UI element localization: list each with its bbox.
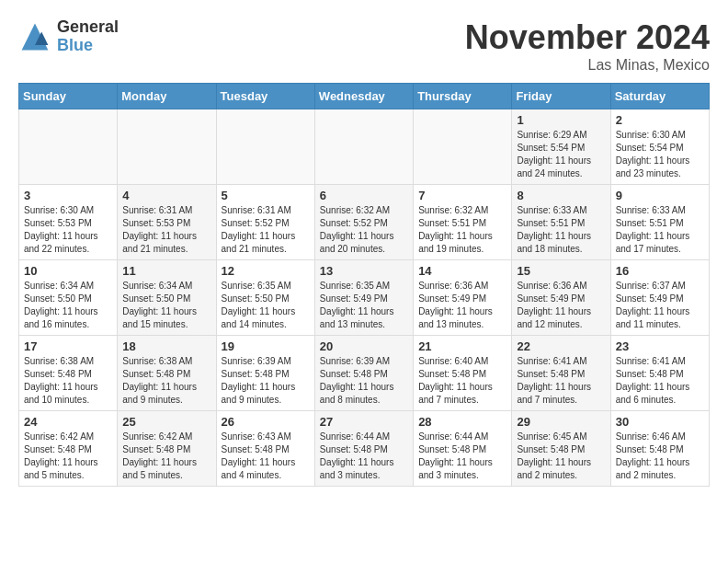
day-number: 7 — [418, 189, 506, 202]
logo-blue: Blue — [57, 37, 119, 55]
day-info: Sunrise: 6:36 AM Sunset: 5:49 PM Dayligh… — [418, 280, 506, 331]
day-info: Sunrise: 6:33 AM Sunset: 5:51 PM Dayligh… — [517, 204, 605, 256]
day-number: 13 — [320, 264, 408, 278]
day-info: Sunrise: 6:44 AM Sunset: 5:48 PM Dayligh… — [320, 431, 408, 482]
day-info: Sunrise: 6:29 AM Sunset: 5:54 PM Dayligh… — [517, 129, 605, 180]
day-header-tuesday: Tuesday — [216, 84, 314, 109]
day-cell: 18Sunrise: 6:38 AM Sunset: 5:48 PM Dayli… — [118, 336, 216, 411]
day-info: Sunrise: 6:30 AM Sunset: 5:54 PM Dayligh… — [616, 129, 704, 180]
day-number: 22 — [517, 339, 605, 353]
day-cell — [216, 109, 314, 185]
day-cell: 2Sunrise: 6:30 AM Sunset: 5:54 PM Daylig… — [610, 109, 709, 185]
day-cell: 13Sunrise: 6:35 AM Sunset: 5:49 PM Dayli… — [314, 260, 413, 336]
day-number: 1 — [517, 113, 605, 127]
svg-marker-0 — [22, 23, 49, 50]
day-cell: 16Sunrise: 6:37 AM Sunset: 5:49 PM Dayli… — [610, 260, 709, 336]
page-header: General Blue November 2024 Las Minas, Me… — [18, 18, 710, 74]
day-number: 18 — [122, 339, 210, 353]
day-cell — [19, 109, 118, 185]
day-info: Sunrise: 6:42 AM Sunset: 5:48 PM Dayligh… — [24, 431, 112, 482]
day-number: 14 — [418, 264, 506, 278]
logo: General Blue — [18, 18, 119, 55]
day-header-monday: Monday — [118, 84, 216, 109]
day-cell: 11Sunrise: 6:34 AM Sunset: 5:50 PM Dayli… — [118, 260, 216, 336]
week-row-2: 3Sunrise: 6:30 AM Sunset: 5:53 PM Daylig… — [19, 185, 710, 260]
day-info: Sunrise: 6:34 AM Sunset: 5:50 PM Dayligh… — [122, 280, 210, 331]
day-info: Sunrise: 6:38 AM Sunset: 5:48 PM Dayligh… — [122, 355, 210, 407]
day-number: 10 — [24, 264, 112, 278]
week-row-3: 10Sunrise: 6:34 AM Sunset: 5:50 PM Dayli… — [19, 260, 710, 336]
day-info: Sunrise: 6:40 AM Sunset: 5:48 PM Dayligh… — [418, 355, 506, 407]
day-info: Sunrise: 6:37 AM Sunset: 5:49 PM Dayligh… — [616, 280, 704, 331]
day-number: 4 — [122, 189, 210, 202]
day-info: Sunrise: 6:36 AM Sunset: 5:49 PM Dayligh… — [517, 280, 605, 331]
day-cell: 14Sunrise: 6:36 AM Sunset: 5:49 PM Dayli… — [414, 260, 512, 336]
week-row-5: 24Sunrise: 6:42 AM Sunset: 5:48 PM Dayli… — [19, 411, 710, 487]
day-number: 28 — [418, 415, 506, 429]
day-info: Sunrise: 6:43 AM Sunset: 5:48 PM Dayligh… — [222, 431, 310, 482]
day-number: 8 — [517, 189, 605, 202]
day-info: Sunrise: 6:42 AM Sunset: 5:48 PM Dayligh… — [122, 431, 210, 482]
day-info: Sunrise: 6:38 AM Sunset: 5:48 PM Dayligh… — [24, 355, 112, 407]
day-cell: 30Sunrise: 6:46 AM Sunset: 5:48 PM Dayli… — [610, 411, 709, 487]
day-cell: 23Sunrise: 6:41 AM Sunset: 5:48 PM Dayli… — [610, 336, 709, 411]
day-cell — [414, 109, 512, 185]
day-number: 29 — [517, 415, 605, 429]
day-cell — [314, 109, 413, 185]
day-info: Sunrise: 6:39 AM Sunset: 5:48 PM Dayligh… — [320, 355, 408, 407]
day-info: Sunrise: 6:46 AM Sunset: 5:48 PM Dayligh… — [616, 431, 704, 482]
day-number: 2 — [616, 113, 704, 127]
day-cell: 4Sunrise: 6:31 AM Sunset: 5:53 PM Daylig… — [118, 185, 216, 260]
day-number: 12 — [222, 264, 310, 278]
day-info: Sunrise: 6:32 AM Sunset: 5:51 PM Dayligh… — [418, 204, 506, 256]
day-number: 23 — [616, 339, 704, 353]
day-number: 3 — [24, 189, 112, 202]
month-title: November 2024 — [465, 18, 710, 57]
day-number: 16 — [616, 264, 704, 278]
logo-icon — [18, 20, 51, 53]
day-header-sunday: Sunday — [19, 84, 118, 109]
day-number: 27 — [320, 415, 408, 429]
day-cell: 3Sunrise: 6:30 AM Sunset: 5:53 PM Daylig… — [19, 185, 118, 260]
day-cell: 10Sunrise: 6:34 AM Sunset: 5:50 PM Dayli… — [19, 260, 118, 336]
day-number: 25 — [122, 415, 210, 429]
day-info: Sunrise: 6:44 AM Sunset: 5:48 PM Dayligh… — [418, 431, 506, 482]
day-info: Sunrise: 6:35 AM Sunset: 5:49 PM Dayligh… — [320, 280, 408, 331]
day-info: Sunrise: 6:34 AM Sunset: 5:50 PM Dayligh… — [24, 280, 112, 331]
day-info: Sunrise: 6:30 AM Sunset: 5:53 PM Dayligh… — [24, 204, 112, 256]
day-number: 15 — [517, 264, 605, 278]
day-header-thursday: Thursday — [414, 84, 512, 109]
day-info: Sunrise: 6:39 AM Sunset: 5:48 PM Dayligh… — [222, 355, 310, 407]
day-header-wednesday: Wednesday — [314, 84, 413, 109]
day-info: Sunrise: 6:35 AM Sunset: 5:50 PM Dayligh… — [222, 280, 310, 331]
day-cell: 25Sunrise: 6:42 AM Sunset: 5:48 PM Dayli… — [118, 411, 216, 487]
day-cell: 8Sunrise: 6:33 AM Sunset: 5:51 PM Daylig… — [512, 185, 610, 260]
day-info: Sunrise: 6:33 AM Sunset: 5:51 PM Dayligh… — [616, 204, 704, 256]
day-cell: 20Sunrise: 6:39 AM Sunset: 5:48 PM Dayli… — [314, 336, 413, 411]
day-cell: 17Sunrise: 6:38 AM Sunset: 5:48 PM Dayli… — [19, 336, 118, 411]
day-info: Sunrise: 6:41 AM Sunset: 5:48 PM Dayligh… — [517, 355, 605, 407]
day-number: 17 — [24, 339, 112, 353]
day-cell: 27Sunrise: 6:44 AM Sunset: 5:48 PM Dayli… — [314, 411, 413, 487]
day-cell: 1Sunrise: 6:29 AM Sunset: 5:54 PM Daylig… — [512, 109, 610, 185]
day-cell: 29Sunrise: 6:45 AM Sunset: 5:48 PM Dayli… — [512, 411, 610, 487]
day-info: Sunrise: 6:41 AM Sunset: 5:48 PM Dayligh… — [616, 355, 704, 407]
day-cell: 19Sunrise: 6:39 AM Sunset: 5:48 PM Dayli… — [216, 336, 314, 411]
day-number: 20 — [320, 339, 408, 353]
day-info: Sunrise: 6:45 AM Sunset: 5:48 PM Dayligh… — [517, 431, 605, 482]
day-cell — [118, 109, 216, 185]
day-info: Sunrise: 6:31 AM Sunset: 5:53 PM Dayligh… — [122, 204, 210, 256]
week-row-1: 1Sunrise: 6:29 AM Sunset: 5:54 PM Daylig… — [19, 109, 710, 185]
day-cell: 15Sunrise: 6:36 AM Sunset: 5:49 PM Dayli… — [512, 260, 610, 336]
day-number: 19 — [222, 339, 310, 353]
title-block: November 2024 Las Minas, Mexico — [465, 18, 710, 74]
day-cell: 24Sunrise: 6:42 AM Sunset: 5:48 PM Dayli… — [19, 411, 118, 487]
day-number: 9 — [616, 189, 704, 202]
day-number: 21 — [418, 339, 506, 353]
day-info: Sunrise: 6:31 AM Sunset: 5:52 PM Dayligh… — [222, 204, 310, 256]
header-row: SundayMondayTuesdayWednesdayThursdayFrid… — [19, 84, 710, 109]
day-header-saturday: Saturday — [610, 84, 709, 109]
day-cell: 9Sunrise: 6:33 AM Sunset: 5:51 PM Daylig… — [610, 185, 709, 260]
day-cell: 22Sunrise: 6:41 AM Sunset: 5:48 PM Dayli… — [512, 336, 610, 411]
day-cell: 12Sunrise: 6:35 AM Sunset: 5:50 PM Dayli… — [216, 260, 314, 336]
